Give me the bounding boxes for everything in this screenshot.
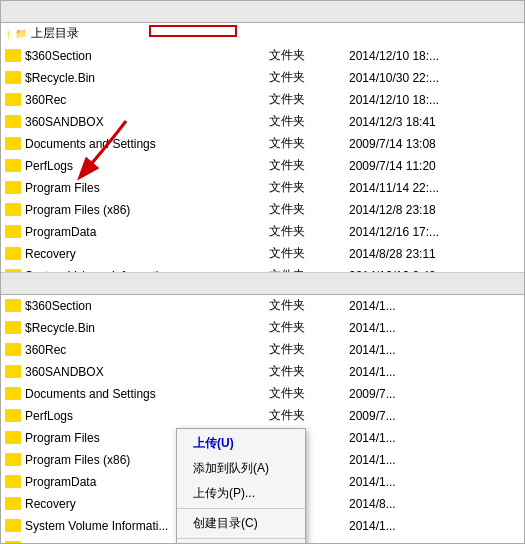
table-row[interactable]: Documents and Settings文件夹2009/7...	[1, 383, 524, 405]
folder-icon	[5, 475, 21, 488]
top-panel: ↑📁上层目录$360Section文件夹2014/12/10 18:...$Re…	[1, 1, 524, 273]
cell-name: $Recycle.Bin	[1, 321, 201, 335]
file-name-label: $Recycle.Bin	[25, 71, 95, 85]
table-row[interactable]: ProgramData文件夹2014/12/16 17:...	[1, 221, 524, 243]
file-name-label: Program Files	[25, 431, 100, 445]
table-row[interactable]: Recovery文件夹2014/8/28 23:11	[1, 243, 524, 265]
folder-icon	[5, 343, 21, 356]
menu-item[interactable]: 添加到队列(A)	[177, 456, 305, 481]
cell-date: 2014/1...	[341, 299, 481, 313]
folder-icon	[5, 115, 21, 128]
file-name-label: Program Files (x86)	[25, 203, 130, 217]
cell-type: 文件夹	[261, 113, 341, 130]
folder-icon	[5, 49, 21, 62]
cell-name: Documents and Settings	[1, 387, 201, 401]
table-row[interactable]: Documents and Settings文件夹2009/7/14 13:08	[1, 133, 524, 155]
file-name-label: 360SANDBOX	[25, 365, 104, 379]
cell-name: 360SANDBOX	[1, 115, 201, 129]
cell-name: 360SANDBOX	[1, 365, 201, 379]
file-name-label: $360Section	[25, 299, 92, 313]
file-name-label: $Recycle.Bin	[25, 321, 95, 335]
annotation-box	[149, 25, 237, 37]
folder-icon	[5, 203, 21, 216]
cell-type: 文件夹	[261, 179, 341, 196]
file-name-label: 上层目录	[31, 25, 79, 42]
folder-icon	[5, 321, 21, 334]
folder-icon	[5, 159, 21, 172]
cell-name: 360Rec	[1, 343, 201, 357]
file-name-label: $360Section	[25, 49, 92, 63]
table-row[interactable]: System Volume Informati...文件夹2014/12/12 …	[1, 265, 524, 273]
menu-separator	[177, 538, 305, 539]
file-name-label: Users	[25, 541, 56, 544]
file-name-label: PerfLogs	[25, 159, 73, 173]
up-dir-icon: ↑📁	[5, 26, 27, 42]
folder-icon	[5, 519, 21, 532]
folder-icon	[5, 225, 21, 238]
cell-date: 2014/1...	[341, 431, 481, 445]
table-row[interactable]: PerfLogs文件夹2009/7/14 11:20	[1, 155, 524, 177]
table-row[interactable]: Program Files文件夹2014/11/14 22:...	[1, 177, 524, 199]
cell-name: $Recycle.Bin	[1, 71, 201, 85]
cell-name: Program Files	[1, 431, 201, 445]
cell-type: 文件夹	[261, 91, 341, 108]
file-name-label: Program Files	[25, 181, 100, 195]
cell-type: 文件夹	[261, 385, 341, 402]
file-list-top: ↑📁上层目录$360Section文件夹2014/12/10 18:...$Re…	[1, 23, 524, 273]
cell-name: $360Section	[1, 299, 201, 313]
cell-type: 文件夹	[261, 157, 341, 174]
folder-icon	[5, 247, 21, 260]
table-row[interactable]: ↑📁上层目录	[1, 23, 524, 45]
cell-name: Program Files	[1, 181, 201, 195]
file-name-label: ProgramData	[25, 225, 96, 239]
table-row[interactable]: $Recycle.Bin文件夹2014/10/30 22:...	[1, 67, 524, 89]
table-row[interactable]: 360SANDBOX文件夹2014/1...	[1, 361, 524, 383]
table-row[interactable]: $Recycle.Bin文件夹2014/1...	[1, 317, 524, 339]
table-row[interactable]: $360Section文件夹2014/1...	[1, 295, 524, 317]
file-name-label: ProgramData	[25, 475, 96, 489]
file-name-label: 360Rec	[25, 343, 66, 357]
file-name-label: System Volume Informati...	[25, 519, 168, 533]
table-header-top	[1, 1, 524, 23]
folder-icon	[5, 541, 21, 543]
table-row[interactable]: 360Rec文件夹2014/1...	[1, 339, 524, 361]
folder-icon	[5, 431, 21, 444]
cell-name: Program Files (x86)	[1, 453, 201, 467]
cell-date: 2009/7/14 13:08	[341, 137, 481, 151]
menu-item[interactable]: 上传(U)	[177, 431, 305, 456]
cell-date: 2014/8...	[341, 541, 481, 544]
file-name-label: 360SANDBOX	[25, 115, 104, 129]
file-name-label: Program Files (x86)	[25, 453, 130, 467]
folder-icon	[5, 365, 21, 378]
cell-date: 2014/1...	[341, 453, 481, 467]
menu-item[interactable]: 打开(O)	[177, 541, 305, 543]
folder-icon	[5, 71, 21, 84]
menu-item[interactable]: 上传为(P)...	[177, 481, 305, 506]
file-name-label: Documents and Settings	[25, 387, 156, 401]
cell-date: 2014/1...	[341, 365, 481, 379]
cell-name: Recovery	[1, 497, 201, 511]
table-row[interactable]: 360Rec文件夹2014/12/10 18:...	[1, 89, 524, 111]
cell-date: 2014/12/8 23:18	[341, 203, 481, 217]
cell-type: 文件夹	[261, 223, 341, 240]
cell-type: 文件夹	[261, 341, 341, 358]
cell-date: 2014/12/10 18:...	[341, 49, 481, 63]
folder-icon	[5, 497, 21, 510]
cell-date: 2014/12/10 18:...	[341, 93, 481, 107]
table-header-bottom	[1, 273, 524, 295]
table-row[interactable]: Program Files (x86)文件夹2014/12/8 23:18	[1, 199, 524, 221]
context-menu: 上传(U)添加到队列(A)上传为(P)...创建目录(C)打开(O)察看/编辑(…	[176, 428, 306, 543]
cell-type: 文件夹	[261, 297, 341, 314]
table-row[interactable]: $360Section文件夹2014/12/10 18:...	[1, 45, 524, 67]
table-row[interactable]: 360SANDBOX文件夹2014/12/3 18:41	[1, 111, 524, 133]
file-name-label: Recovery	[25, 247, 76, 261]
folder-icon	[5, 453, 21, 466]
menu-item[interactable]: 创建目录(C)	[177, 511, 305, 536]
cell-type: 文件夹	[261, 47, 341, 64]
cell-date: 2009/7...	[341, 409, 481, 423]
folder-icon	[5, 409, 21, 422]
folder-icon	[5, 299, 21, 312]
cell-type: 文件夹	[261, 201, 341, 218]
cell-name: Documents and Settings	[1, 137, 201, 151]
table-row[interactable]: PerfLogs文件夹2009/7...	[1, 405, 524, 427]
